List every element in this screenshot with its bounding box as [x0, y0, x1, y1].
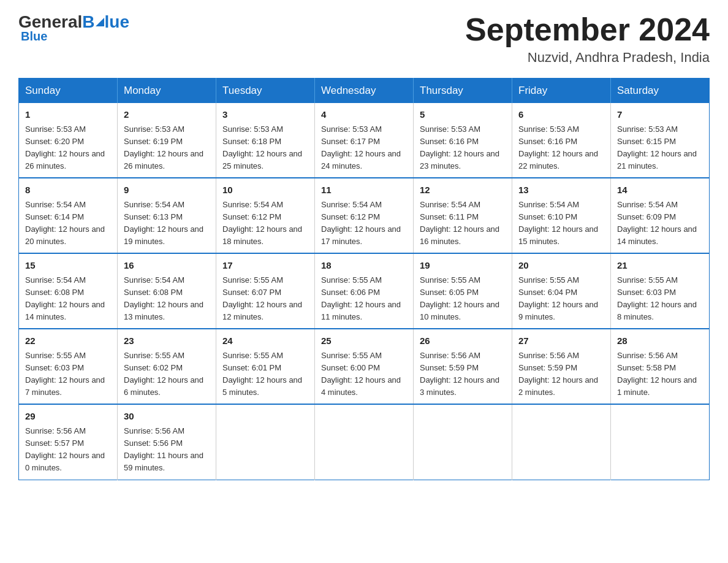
logo-b-letter: B	[82, 12, 94, 32]
day-number: 4	[321, 108, 407, 122]
svg-marker-0	[96, 18, 104, 26]
header-wednesday: Wednesday	[315, 79, 414, 104]
calendar-cell: 14Sunrise: 5:54 AMSunset: 6:09 PMDayligh…	[611, 178, 710, 253]
day-info: Sunrise: 5:54 AMSunset: 6:09 PMDaylight:…	[617, 199, 703, 248]
day-info: Sunrise: 5:54 AMSunset: 6:08 PMDaylight:…	[124, 274, 210, 324]
calendar-cell: 15Sunrise: 5:54 AMSunset: 6:08 PMDayligh…	[19, 253, 118, 329]
day-number: 8	[25, 183, 111, 197]
day-number: 9	[124, 183, 210, 197]
calendar-cell: 11Sunrise: 5:54 AMSunset: 6:12 PMDayligh…	[315, 178, 414, 253]
day-number: 3	[222, 108, 308, 122]
calendar-cell: 23Sunrise: 5:55 AMSunset: 6:02 PMDayligh…	[118, 329, 216, 404]
logo-blue-part: B lue	[82, 12, 129, 32]
calendar-table: Sunday Monday Tuesday Wednesday Thursday…	[18, 78, 710, 480]
day-info: Sunrise: 5:56 AMSunset: 5:57 PMDaylight:…	[25, 425, 111, 475]
days-header-row: Sunday Monday Tuesday Wednesday Thursday…	[19, 79, 710, 104]
calendar-cell: 19Sunrise: 5:55 AMSunset: 6:05 PMDayligh…	[414, 253, 512, 329]
day-info: Sunrise: 5:54 AMSunset: 6:13 PMDaylight:…	[124, 199, 210, 248]
day-number: 27	[518, 334, 604, 348]
day-number: 20	[518, 259, 604, 273]
day-number: 28	[617, 334, 703, 348]
calendar-cell: 25Sunrise: 5:55 AMSunset: 6:00 PMDayligh…	[315, 329, 414, 404]
day-number: 21	[617, 259, 703, 273]
day-info: Sunrise: 5:56 AMSunset: 5:56 PMDaylight:…	[124, 425, 210, 475]
day-info: Sunrise: 5:53 AMSunset: 6:17 PMDaylight:…	[321, 123, 407, 173]
day-info: Sunrise: 5:53 AMSunset: 6:16 PMDaylight:…	[420, 123, 506, 173]
calendar-cell: 10Sunrise: 5:54 AMSunset: 6:12 PMDayligh…	[216, 178, 315, 253]
day-number: 7	[617, 108, 703, 122]
week-row-2: 8Sunrise: 5:54 AMSunset: 6:14 PMDaylight…	[19, 178, 710, 253]
calendar-cell: 27Sunrise: 5:56 AMSunset: 5:59 PMDayligh…	[512, 329, 611, 404]
day-number: 29	[25, 410, 111, 424]
day-number: 22	[25, 334, 111, 348]
calendar-cell: 7Sunrise: 5:53 AMSunset: 6:15 PMDaylight…	[611, 103, 710, 178]
week-row-4: 22Sunrise: 5:55 AMSunset: 6:03 PMDayligh…	[19, 329, 710, 404]
week-row-1: 1Sunrise: 5:53 AMSunset: 6:20 PMDaylight…	[19, 103, 710, 178]
day-number: 12	[420, 183, 506, 197]
header-tuesday: Tuesday	[216, 79, 315, 104]
day-info: Sunrise: 5:55 AMSunset: 6:00 PMDaylight:…	[321, 350, 407, 399]
calendar-cell: 13Sunrise: 5:54 AMSunset: 6:10 PMDayligh…	[512, 178, 611, 253]
calendar-cell: 9Sunrise: 5:54 AMSunset: 6:13 PMDaylight…	[118, 178, 216, 253]
day-info: Sunrise: 5:55 AMSunset: 6:02 PMDaylight:…	[124, 350, 210, 399]
calendar-cell: 5Sunrise: 5:53 AMSunset: 6:16 PMDaylight…	[414, 103, 512, 178]
calendar-cell: 30Sunrise: 5:56 AMSunset: 5:56 PMDayligh…	[118, 404, 216, 480]
title-area: September 2024 Nuzvid, Andhra Pradesh, I…	[465, 12, 710, 66]
logo-subtitle: Blue	[21, 29, 47, 44]
day-number: 13	[518, 183, 604, 197]
day-info: Sunrise: 5:55 AMSunset: 6:05 PMDaylight:…	[420, 274, 506, 324]
week-row-3: 15Sunrise: 5:54 AMSunset: 6:08 PMDayligh…	[19, 253, 710, 329]
logo-lue-text: lue	[105, 12, 129, 32]
day-info: Sunrise: 5:55 AMSunset: 6:03 PMDaylight:…	[25, 350, 111, 399]
day-number: 10	[222, 183, 308, 197]
header-monday: Monday	[118, 79, 216, 104]
day-number: 23	[124, 334, 210, 348]
header-thursday: Thursday	[414, 79, 512, 104]
day-info: Sunrise: 5:56 AMSunset: 5:59 PMDaylight:…	[420, 350, 506, 399]
calendar-cell: 21Sunrise: 5:55 AMSunset: 6:03 PMDayligh…	[611, 253, 710, 329]
week-row-5: 29Sunrise: 5:56 AMSunset: 5:57 PMDayligh…	[19, 404, 710, 480]
calendar-cell: 16Sunrise: 5:54 AMSunset: 6:08 PMDayligh…	[118, 253, 216, 329]
day-number: 16	[124, 259, 210, 273]
day-info: Sunrise: 5:53 AMSunset: 6:19 PMDaylight:…	[124, 123, 210, 173]
calendar-cell: 12Sunrise: 5:54 AMSunset: 6:11 PMDayligh…	[414, 178, 512, 253]
calendar-cell: 8Sunrise: 5:54 AMSunset: 6:14 PMDaylight…	[19, 178, 118, 253]
day-number: 26	[420, 334, 506, 348]
day-number: 19	[420, 259, 506, 273]
day-number: 1	[25, 108, 111, 122]
day-info: Sunrise: 5:54 AMSunset: 6:10 PMDaylight:…	[518, 199, 604, 248]
day-info: Sunrise: 5:55 AMSunset: 6:03 PMDaylight:…	[617, 274, 703, 324]
day-info: Sunrise: 5:54 AMSunset: 6:14 PMDaylight:…	[25, 199, 111, 248]
day-number: 15	[25, 259, 111, 273]
calendar-cell: 18Sunrise: 5:55 AMSunset: 6:06 PMDayligh…	[315, 253, 414, 329]
header-sunday: Sunday	[19, 79, 118, 104]
location-subtitle: Nuzvid, Andhra Pradesh, India	[465, 50, 710, 66]
calendar-cell: 1Sunrise: 5:53 AMSunset: 6:20 PMDaylight…	[19, 103, 118, 178]
day-info: Sunrise: 5:54 AMSunset: 6:12 PMDaylight:…	[321, 199, 407, 248]
header-friday: Friday	[512, 79, 611, 104]
day-info: Sunrise: 5:55 AMSunset: 6:07 PMDaylight:…	[222, 274, 308, 324]
calendar-cell	[315, 404, 414, 480]
day-info: Sunrise: 5:53 AMSunset: 6:18 PMDaylight:…	[222, 123, 308, 173]
logo: General B lue Blue	[18, 12, 129, 44]
day-info: Sunrise: 5:55 AMSunset: 6:04 PMDaylight:…	[518, 274, 604, 324]
calendar-cell: 20Sunrise: 5:55 AMSunset: 6:04 PMDayligh…	[512, 253, 611, 329]
header-saturday: Saturday	[611, 79, 710, 104]
day-number: 30	[124, 410, 210, 424]
calendar-cell	[512, 404, 611, 480]
calendar-cell: 26Sunrise: 5:56 AMSunset: 5:59 PMDayligh…	[414, 329, 512, 404]
day-info: Sunrise: 5:53 AMSunset: 6:15 PMDaylight:…	[617, 123, 703, 173]
day-number: 24	[222, 334, 308, 348]
calendar-cell: 2Sunrise: 5:53 AMSunset: 6:19 PMDaylight…	[118, 103, 216, 178]
month-year-title: September 2024	[465, 12, 710, 47]
calendar-cell	[216, 404, 315, 480]
calendar-cell: 24Sunrise: 5:55 AMSunset: 6:01 PMDayligh…	[216, 329, 315, 404]
calendar-cell: 17Sunrise: 5:55 AMSunset: 6:07 PMDayligh…	[216, 253, 315, 329]
day-info: Sunrise: 5:55 AMSunset: 6:06 PMDaylight:…	[321, 274, 407, 324]
page-header: General B lue Blue September 2024 Nuzvid…	[18, 12, 710, 66]
logo-triangle-icon	[96, 18, 104, 26]
day-info: Sunrise: 5:55 AMSunset: 6:01 PMDaylight:…	[222, 350, 308, 399]
day-number: 2	[124, 108, 210, 122]
day-number: 11	[321, 183, 407, 197]
day-number: 18	[321, 259, 407, 273]
